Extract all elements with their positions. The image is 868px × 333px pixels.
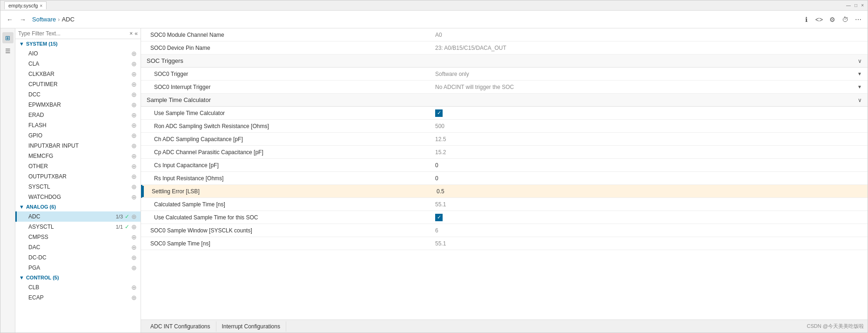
- more-icon[interactable]: ⋯: [853, 14, 864, 25]
- add-icon[interactable]: ⊕: [131, 284, 137, 291]
- sidebar-item[interactable]: OUTPUTXBAR ⊕: [15, 171, 141, 182]
- add-icon[interactable]: ⊕: [131, 81, 137, 88]
- use-sample-time-calc-checkbox[interactable]: ✓: [435, 109, 443, 117]
- add-icon[interactable]: ⊕: [131, 183, 137, 190]
- add-icon[interactable]: ⊕: [131, 132, 137, 139]
- soc0-interrupt-trigger-dropdown[interactable]: No ADCINT will trigger the SOC ▼: [430, 82, 868, 93]
- cs-input-cap-label: Cs Input Capacitance [pF]: [141, 160, 430, 171]
- system-label: SYSTEM (15): [26, 41, 58, 47]
- search-clear-icon[interactable]: ×: [129, 30, 133, 37]
- tab-interrupt-configs[interactable]: Interrupt Configurations: [216, 321, 286, 332]
- breadcrumb: Software › ADC: [32, 16, 74, 23]
- add-icon[interactable]: ⊕: [131, 173, 137, 180]
- cs-input-cap-value[interactable]: [430, 160, 868, 171]
- add-icon[interactable]: ⊕: [131, 91, 137, 98]
- use-sample-time-calc-label: Use Sample Time Calculator: [141, 108, 430, 119]
- settling-error-value[interactable]: [431, 186, 868, 197]
- add-icon[interactable]: ⊕: [131, 70, 137, 78]
- rs-input-res-value[interactable]: [430, 173, 868, 184]
- sidebar-item[interactable]: EPWMXBAR ⊕: [15, 100, 141, 110]
- add-icon[interactable]: ⊕: [131, 294, 137, 301]
- sidebar-item[interactable]: CLA ⊕: [15, 59, 141, 69]
- close-window-icon[interactable]: ×: [861, 3, 864, 8]
- cs-input-cap-field[interactable]: [435, 162, 862, 169]
- control-label: CONTROL (5): [26, 275, 59, 280]
- sidebar: × « ▼ SYSTEM (15) AIO ⊕ CLA ⊕: [15, 28, 141, 333]
- icon-sidebar: ⊞ ☰: [0, 28, 15, 333]
- sidebar-item-dac[interactable]: DAC ⊕: [15, 242, 141, 252]
- tab-adc-int[interactable]: ADC INT Configurations: [145, 321, 216, 332]
- add-icon[interactable]: ⊕: [131, 101, 137, 109]
- search-input[interactable]: [18, 30, 128, 37]
- sidebar-item-adc[interactable]: ADC 1/3 ✓ ⊕: [15, 211, 141, 222]
- add-icon[interactable]: ⊕: [131, 254, 137, 261]
- analog-arrow: ▼: [19, 204, 24, 210]
- grid-view-button[interactable]: ⊞: [2, 32, 13, 43]
- config-row-ron-adc: Ron ADC Sampling Switch Resistance [Ohms…: [141, 120, 868, 133]
- settling-error-field[interactable]: [437, 188, 862, 195]
- add-icon[interactable]: ⊕: [131, 264, 137, 272]
- sidebar-item-asysctl[interactable]: ASYSCTL 1/1 ✓ ⊕: [15, 222, 141, 232]
- config-row-rs-input-res: Rs Input Resistance [Ohms]: [141, 172, 868, 185]
- config-row-ch-adc: Ch ADC Sampling Capacitance [pF] 12.5: [141, 133, 868, 146]
- code-icon[interactable]: <>: [814, 14, 825, 25]
- minimize-icon[interactable]: —: [846, 3, 851, 8]
- use-calc-sample-time-checkbox[interactable]: ✓: [435, 214, 443, 221]
- use-sample-time-calc-value: ✓: [430, 107, 868, 119]
- add-icon[interactable]: ⊕: [131, 223, 137, 231]
- add-icon[interactable]: ⊕: [131, 163, 137, 170]
- control-group-header[interactable]: ▼ CONTROL (5): [15, 273, 141, 282]
- sidebar-item[interactable]: OTHER ⊕: [15, 161, 141, 171]
- sidebar-item[interactable]: FLASH ⊕: [15, 120, 141, 130]
- analog-group-header[interactable]: ▼ ANALOG (6): [15, 202, 141, 211]
- list-view-button[interactable]: ☰: [2, 45, 13, 56]
- sidebar-item[interactable]: CLKXBAR ⊕: [15, 69, 141, 79]
- settings-icon[interactable]: ⚙: [827, 14, 838, 25]
- add-icon[interactable]: ⊕: [131, 60, 137, 68]
- rs-input-res-field[interactable]: [435, 175, 862, 182]
- sidebar-item[interactable]: ERAD ⊕: [15, 110, 141, 120]
- sidebar-item-pga[interactable]: PGA ⊕: [15, 263, 141, 273]
- collapse-icon[interactable]: «: [135, 30, 138, 37]
- add-icon[interactable]: ⊕: [131, 233, 137, 241]
- soc0-trigger-dropdown[interactable]: Software only ▼: [430, 68, 868, 80]
- sidebar-item[interactable]: DCC ⊕: [15, 89, 141, 100]
- add-icon[interactable]: ⊕: [131, 193, 137, 201]
- sidebar-item[interactable]: AIO ⊕: [15, 48, 141, 59]
- soc-triggers-section-header[interactable]: SOC Triggers ∨: [141, 54, 868, 68]
- add-icon[interactable]: ⊕: [131, 122, 137, 129]
- use-calc-sample-time-value: ✓: [430, 211, 868, 224]
- info-icon[interactable]: ℹ: [801, 14, 812, 25]
- title-tab-close[interactable]: ×: [40, 3, 42, 8]
- dropdown-arrow-icon: ▼: [857, 71, 862, 76]
- add-icon[interactable]: ⊕: [131, 142, 137, 150]
- config-row-cp-adc: Cp ADC Channel Parasitic Capacitance [pF…: [141, 146, 868, 159]
- back-button[interactable]: ←: [4, 14, 15, 25]
- breadcrumb-software[interactable]: Software: [32, 16, 56, 23]
- add-icon[interactable]: ⊕: [131, 111, 137, 119]
- sidebar-item-clb[interactable]: CLB ⊕: [15, 282, 141, 292]
- config-row-soc0-module-channel: SOC0 Module Channel Name A0: [141, 28, 868, 41]
- sidebar-item-ecap[interactable]: ECAP ⊕: [15, 292, 141, 303]
- sample-time-section-header[interactable]: Sample Time Calculator ∨: [141, 94, 868, 107]
- config-row-soc0-device-pin: SOC0 Device Pin Name 23: A0/B15/C15/DACA…: [141, 41, 868, 54]
- system-group-header[interactable]: ▼ SYSTEM (15): [15, 39, 141, 48]
- sidebar-item[interactable]: WATCHDOG ⊕: [15, 192, 141, 202]
- sidebar-item-dcdc[interactable]: DC-DC ⊕: [15, 252, 141, 263]
- history-icon[interactable]: ⏱: [840, 14, 851, 25]
- add-icon[interactable]: ⊕: [131, 244, 137, 251]
- forward-button[interactable]: →: [17, 14, 28, 25]
- sidebar-item[interactable]: MEMCFG ⊕: [15, 151, 141, 161]
- add-icon[interactable]: ⊕: [131, 50, 137, 57]
- sidebar-item[interactable]: SYSCTL ⊕: [15, 182, 141, 192]
- maximize-icon[interactable]: □: [855, 3, 857, 8]
- add-icon[interactable]: ⊕: [131, 213, 137, 220]
- sidebar-item[interactable]: INPUTXBAR INPUT ⊕: [15, 141, 141, 151]
- sidebar-item[interactable]: GPIO ⊕: [15, 130, 141, 141]
- window-controls: — □ ×: [846, 3, 864, 8]
- sidebar-item-cmpss[interactable]: CMPSS ⊕: [15, 232, 141, 242]
- sidebar-item[interactable]: CPUTIMER ⊕: [15, 79, 141, 89]
- title-tab[interactable]: empty.syscfg ×: [4, 1, 47, 9]
- soc0-sample-time-label: SOC0 Sample Time [ns]: [141, 238, 430, 249]
- add-icon[interactable]: ⊕: [131, 152, 137, 160]
